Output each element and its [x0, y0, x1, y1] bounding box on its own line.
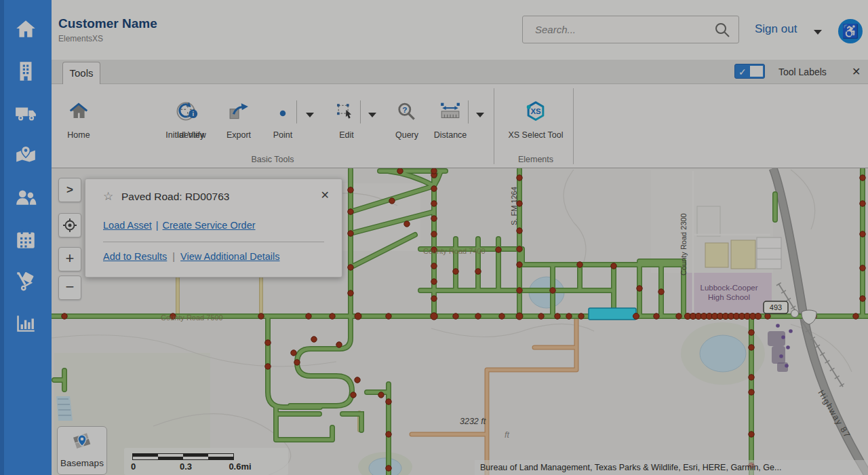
- locate-icon: [62, 218, 77, 233]
- header: Customer Name ElementsXS Sign out ♿: [52, 0, 868, 60]
- map-viewport: Lubbock-Cooper High School: [52, 168, 868, 475]
- home-tool-icon: [60, 94, 98, 122]
- tool-xs-select-button[interactable]: XS XS Select Tool: [505, 94, 566, 156]
- search-input[interactable]: [523, 16, 713, 43]
- group-divider: [573, 88, 574, 164]
- search-icon[interactable]: [714, 22, 730, 38]
- view-additional-details-link[interactable]: View Additional Details: [180, 251, 279, 262]
- map-icon[interactable]: [14, 144, 37, 167]
- favorite-star-icon[interactable]: ☆: [103, 189, 113, 204]
- basemaps-label: Basemaps: [58, 458, 106, 468]
- toolbar-ribbon: Home Initial View i Identify Export Poin…: [52, 84, 868, 168]
- zoom-out-button[interactable]: −: [58, 276, 81, 300]
- tool-home-button[interactable]: Home: [60, 94, 98, 156]
- load-asset-link[interactable]: Load Asset: [103, 220, 152, 231]
- edit-dropdown-caret[interactable]: [366, 109, 379, 122]
- label-county-road-7500: County Road 7500: [161, 314, 223, 322]
- label-county-road-7400: County Road 7400: [423, 247, 486, 255]
- elementsxs-app: Customer Name ElementsXS Sign out ♿ Tool…: [0, 0, 868, 475]
- zoom-in-button[interactable]: +: [58, 247, 81, 271]
- tool-labels-toggle[interactable]: ✓: [734, 64, 765, 79]
- sign-out-caret-icon[interactable]: [814, 30, 822, 35]
- school-label-line2: High School: [708, 293, 750, 301]
- distance-dropdown-caret[interactable]: [473, 109, 487, 122]
- svg-text:i: i: [192, 110, 194, 117]
- point-icon: [267, 94, 298, 122]
- tool-query-button[interactable]: ? Query: [388, 94, 426, 156]
- app-subtitle: ElementsXS: [58, 34, 103, 43]
- bar-chart-icon[interactable]: [14, 312, 37, 335]
- distance-icon: [429, 94, 472, 122]
- svg-text:?: ?: [402, 105, 407, 114]
- svg-text:XS: XS: [530, 107, 541, 115]
- school-label-line1: Lubbock-Cooper: [700, 284, 757, 292]
- truck-icon[interactable]: [14, 102, 37, 125]
- group-caption-elements: Elements: [495, 155, 576, 164]
- sign-out-button[interactable]: Sign out: [755, 22, 797, 36]
- search-box: [522, 16, 739, 43]
- railroad: [778, 284, 843, 387]
- link-separator: |: [172, 251, 175, 262]
- scale-tick-max: 0.6mi: [224, 461, 256, 472]
- export-icon: [218, 94, 259, 122]
- xs-select-tool-icon: XS: [505, 94, 566, 122]
- tan-roads: [412, 319, 576, 475]
- scale-tick-0: 0: [131, 461, 136, 472]
- expand-panel-button[interactable]: >: [58, 178, 81, 202]
- basemaps-button[interactable]: Basemaps: [57, 426, 107, 475]
- tab-tools[interactable]: Tools: [62, 62, 100, 84]
- purple-features: [768, 324, 793, 372]
- tool-export-button[interactable]: Export: [218, 94, 259, 156]
- split-divider: [360, 100, 361, 124]
- popup-actions-row1: Load Asset|Create Service Order: [103, 220, 256, 231]
- link-separator: |: [156, 220, 159, 231]
- tool-edit-button[interactable]: Edit: [331, 94, 362, 156]
- school-zone: Lubbock-Cooper High School: [686, 273, 772, 315]
- label-county-road-2300: County Road 2300: [679, 213, 688, 276]
- highway-87: [773, 168, 868, 475]
- selected-road-segment[interactable]: [589, 308, 636, 320]
- svg-text:493: 493: [770, 303, 782, 311]
- map-attribution: Bureau of Land Management, Texas Parks &…: [475, 460, 868, 475]
- tool-distance-button[interactable]: Distance: [429, 94, 472, 156]
- home-icon[interactable]: [14, 18, 37, 41]
- scale-bar-panel: 0 0.3 0.6mi: [124, 448, 288, 475]
- popup-actions-row2: Add to Results|View Additional Details: [103, 251, 280, 262]
- building-icon[interactable]: [14, 60, 37, 83]
- route-493-badge: 493: [764, 301, 788, 314]
- identify-icon: i: [169, 94, 212, 122]
- scale-bar: [132, 453, 234, 460]
- group-caption-basic-tools: Basic Tools: [232, 155, 313, 164]
- split-divider: [468, 100, 469, 124]
- create-service-order-link[interactable]: Create Service Order: [163, 220, 256, 231]
- query-icon: ?: [388, 94, 426, 122]
- tab-strip: Tools ✓ Tool Labels ✕: [52, 60, 868, 84]
- label-ft-partial: ft: [505, 430, 509, 440]
- group-divider: [494, 88, 494, 164]
- label-highway-87: Highway 87: [816, 388, 852, 440]
- tool-point-button[interactable]: Point: [267, 94, 298, 156]
- sidebar: [0, 0, 52, 475]
- calendar-icon[interactable]: [14, 228, 37, 251]
- check-icon: ✓: [738, 65, 747, 79]
- handtruck-icon[interactable]: [14, 270, 37, 293]
- customer-name-title: Customer Name: [58, 16, 157, 31]
- add-to-results-link[interactable]: Add to Results: [103, 251, 167, 262]
- label-s-fm-1264: S. FM 1264: [510, 187, 518, 225]
- close-icon[interactable]: ✕: [852, 60, 861, 84]
- users-icon[interactable]: [14, 186, 37, 209]
- point-dropdown-caret[interactable]: [303, 109, 317, 122]
- identify-popup: ☆ Paved Road: RD00763 ✕ Load Asset|Creat…: [85, 178, 342, 278]
- sidebar-edge: [0, 0, 4, 475]
- popup-close-icon[interactable]: ✕: [321, 189, 330, 202]
- label-3232-ft: 3232 ft: [460, 417, 486, 426]
- locate-button[interactable]: [58, 213, 81, 238]
- scale-tick-mid: 0.3: [176, 461, 196, 472]
- split-divider: [296, 100, 297, 124]
- popup-title: Paved Road: RD00763: [121, 191, 229, 203]
- basemaps-icon: [71, 431, 94, 454]
- popup-divider: [103, 242, 324, 242]
- edit-icon: [331, 94, 362, 122]
- accessibility-icon[interactable]: ♿: [838, 19, 863, 43]
- tool-identify-button[interactable]: i Identify: [169, 94, 212, 156]
